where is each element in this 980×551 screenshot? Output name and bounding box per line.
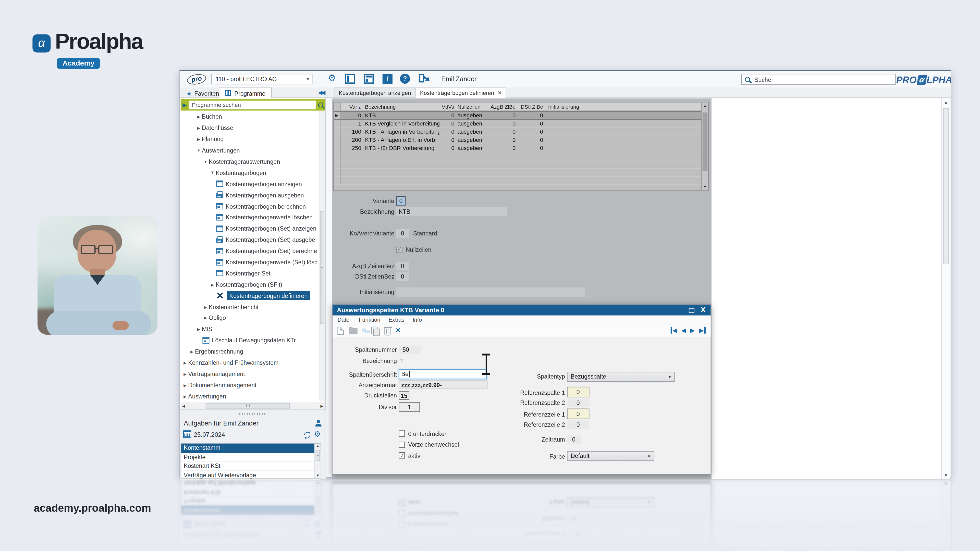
checkbox-row[interactable]: aktiv [399, 452, 459, 459]
scroll-up-icon[interactable]: ▲ [702, 104, 708, 108]
scrollbar-thumb[interactable] [943, 108, 949, 264]
tree-item[interactable]: ▶ Auswertungen [180, 391, 319, 401]
menu-datei[interactable]: Datei [337, 316, 350, 322]
row-selector[interactable] [334, 177, 341, 184]
person-icon[interactable] [314, 419, 323, 430]
tree-item[interactable]: Kostenträgerbogen (Set) berechne [180, 245, 319, 257]
tree-item[interactable]: Kostenträger-Set [180, 268, 319, 279]
farbe-select[interactable]: Default▼ [567, 451, 654, 461]
first-record-icon[interactable]: ◀ [670, 327, 677, 333]
scrollbar-thumb[interactable] [320, 211, 325, 324]
row-selector[interactable] [334, 160, 341, 168]
table-row[interactable] [334, 177, 701, 185]
dstl-zeilenbez-field[interactable]: 0 [396, 272, 409, 281]
table-row[interactable]: 1 KTB Vergleich in Vorbereitung 0 ausgeb… [334, 120, 701, 128]
scroll-down-icon[interactable]: ▼ [942, 473, 950, 477]
tree-expander-icon[interactable]: ▶ [182, 360, 188, 365]
col-var[interactable]: Var▲ [341, 103, 363, 110]
col-bezeichnung[interactable]: Bezeichnung [363, 103, 439, 110]
layout-view-icon[interactable] [364, 74, 374, 84]
spaltenueberschrift-input[interactable]: Be [399, 369, 487, 379]
tree-item[interactable]: Kostenträgerbogen anzeigen [180, 178, 319, 189]
tree-expander-icon[interactable]: ▶ [196, 327, 202, 331]
info-icon[interactable]: i [383, 74, 393, 84]
tree-item[interactable]: ▶ Buchen [180, 111, 319, 122]
row-selector[interactable] [334, 120, 341, 127]
help-icon[interactable]: ? [400, 74, 410, 84]
referenzspalte1-field[interactable]: 0 [567, 387, 589, 397]
save-icon[interactable] [363, 329, 366, 332]
tree-expander-icon[interactable]: ▶ [202, 305, 208, 309]
collapse-sidebar-icon[interactable]: ◀◀ [318, 88, 325, 97]
global-search[interactable] [741, 74, 896, 85]
maximize-icon[interactable] [689, 308, 694, 313]
row-selector[interactable] [334, 112, 341, 119]
bezeichnung-field[interactable]: KTB [396, 207, 507, 216]
tab-favoriten[interactable]: ★ Favoriten [181, 89, 224, 98]
scrollbar-thumb[interactable] [206, 403, 290, 409]
scroll-right-icon[interactable]: ▶ [319, 403, 325, 408]
tree-item[interactable]: ▶ Kennzahlen- und Frühwarnsystem [180, 357, 319, 368]
row-selector[interactable] [334, 152, 341, 160]
tree-expander-icon[interactable]: ▶ [182, 383, 188, 387]
window-scrollbar[interactable]: ▲ ▼ [941, 98, 950, 479]
tree-item[interactable]: ▶ Dokumentenmanagement [180, 380, 319, 391]
row-selector[interactable] [334, 144, 341, 152]
tree-expander-icon[interactable]: ▶ [196, 114, 202, 119]
table-row[interactable]: 250 KTB - für DBR Vorbereitung 0 ausgebe… [334, 144, 701, 152]
run-icon[interactable]: ▶ [183, 102, 187, 108]
task-item[interactable]: Verträge auf Wiedervorlage [181, 471, 321, 480]
divisor-field[interactable]: 1 [399, 402, 420, 412]
tree-expander-icon[interactable]: ▶ [182, 372, 188, 376]
referenzspalte2-field[interactable]: 0 [567, 399, 589, 407]
tree-item[interactable]: Kostenträgerbogen berechnen [180, 200, 319, 212]
col-nullzeilen[interactable]: Nullzeilen [455, 103, 482, 110]
logout-icon[interactable] [418, 74, 428, 84]
menu-funktion[interactable]: Funktion [359, 316, 380, 322]
variante-field[interactable]: 0 [396, 196, 406, 206]
task-item[interactable]: Kostenart KSt [181, 462, 321, 471]
table-row[interactable] [334, 160, 701, 168]
checkbox[interactable] [399, 441, 405, 448]
checkbox[interactable] [399, 430, 405, 437]
scroll-left-icon[interactable]: ◀ [181, 403, 187, 408]
tree-item[interactable]: ▶ Ergebnisrechnung [180, 346, 319, 357]
table-scrollbar[interactable]: ▲ ▼ [701, 103, 708, 190]
close-icon[interactable]: X [700, 306, 706, 314]
zeitraum-field[interactable]: 0 [567, 435, 581, 444]
split-view-icon[interactable] [345, 74, 355, 84]
tree-item[interactable]: ▶ Planung [180, 134, 319, 145]
checkbox-row[interactable]: Vorzeichenwechsel [399, 441, 459, 448]
table-row[interactable] [334, 152, 701, 161]
tree-expander-icon[interactable]: ▼ [202, 160, 208, 164]
col-dstl-zlbe[interactable]: DStl ZlBe [518, 103, 546, 110]
calendar-icon[interactable] [183, 430, 191, 438]
tab-kostentraegerbogen-anzeigen[interactable]: Kostenträgerbogen anzeigen × [334, 87, 423, 98]
tree-item[interactable]: Kostenträgerbogenwerte löschen [180, 212, 319, 223]
nullzeilen-checkbox-row[interactable]: Nullzeilen [396, 246, 431, 253]
open-icon[interactable] [349, 328, 358, 334]
col-azgb-zlbe[interactable]: AzgB ZlBe [482, 103, 518, 110]
tree-expander-icon[interactable]: ▶ [196, 126, 202, 130]
koaverdvariante-field[interactable]: 0 [396, 229, 409, 238]
tree-item[interactable]: ▶ Datenflüsse [180, 122, 319, 134]
tree-item[interactable]: Kostenträgerbogenwerte (Set) lösc [180, 256, 319, 268]
last-record-icon[interactable]: ▶ [699, 327, 706, 333]
scroll-up-icon[interactable]: ▲ [315, 444, 321, 448]
task-item[interactable]: Kontenstamm [181, 444, 321, 453]
menu-extras[interactable]: Extras [388, 316, 404, 322]
cancel-icon[interactable]: × [396, 326, 401, 335]
scroll-down-icon[interactable]: ▼ [702, 185, 708, 189]
tree-expander-icon[interactable]: ▶ [196, 137, 202, 141]
azgb-zeilenbez-field[interactable]: 0 [396, 262, 409, 270]
spaltentyp-select[interactable]: Bezugsspalte▼ [567, 372, 675, 382]
initialisierung-field[interactable] [396, 287, 585, 297]
copy-icon[interactable] [371, 327, 380, 335]
tasks-scrollbar[interactable]: ▲ ▼ [314, 444, 321, 478]
row-selector[interactable] [334, 168, 341, 176]
referenzzeile1-field[interactable]: 0 [567, 409, 589, 419]
search-icon[interactable] [318, 102, 323, 107]
tab-programme[interactable]: Programme [219, 87, 272, 98]
anzeigeformat-field[interactable]: zzz,zzz,zz9.99- [399, 380, 487, 389]
search-input[interactable] [753, 75, 892, 83]
